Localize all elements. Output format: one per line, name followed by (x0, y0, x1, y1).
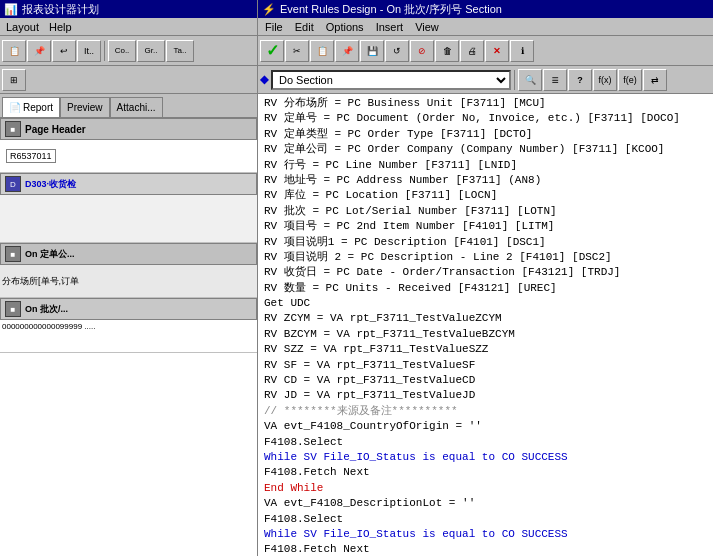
code-line: Get UDC (262, 296, 709, 311)
copy-btn[interactable]: 📋 (2, 40, 26, 62)
check-btn[interactable]: ✓ (260, 40, 284, 62)
on-pici-icon: ■ (5, 301, 21, 317)
d303-label: D303·收货检 (25, 178, 76, 191)
tab-report[interactable]: 📄 Report (2, 97, 60, 117)
right-paste-btn[interactable]: 📌 (335, 40, 359, 62)
ta-btn[interactable]: Ta.. (166, 40, 194, 62)
code-line: F4108.Fetch Next (262, 465, 709, 480)
code-area[interactable]: RV 分布场所 = PC Business Unit [F3711] [MCU]… (258, 94, 713, 556)
on-pici-section: ■ On 批次/... 000000000000099999 ..... (0, 298, 257, 353)
right-menubar: File Edit Options Insert View (258, 18, 713, 36)
code-line: RV 定单公司 = PC Order Company (Company Numb… (262, 142, 709, 157)
on-pici-content: 000000000000099999 ..... (0, 320, 257, 353)
refresh-btn[interactable]: ↺ (385, 40, 409, 62)
page-header-content: R6537011 (0, 140, 257, 173)
equals-btn[interactable]: ≡ (543, 69, 567, 91)
right-title-icon: ⚡ (262, 3, 276, 16)
d303-content (0, 195, 257, 243)
left-toolbar2: ⊞ (0, 66, 257, 94)
d303-bar: D D303·收货检 (0, 173, 257, 195)
code-line: VA evt_F4108_DescriptionLot = '' (262, 496, 709, 511)
code-line: RV ZCYM = VA rpt_F3711_TestValueZCYM (262, 311, 709, 326)
right-toolbar: ✓ ✂ 📋 📌 💾 ↺ ⊘ 🗑 🖨 ✕ ℹ (258, 36, 713, 66)
page-header-icon: ■ (5, 121, 21, 137)
code-line: RV CD = VA rpt_F3711_TestValueCD (262, 373, 709, 388)
tab-preview-label: Preview (67, 102, 103, 113)
print-btn[interactable]: 🖨 (460, 40, 484, 62)
sep2 (514, 70, 515, 90)
save-btn[interactable]: 💾 (360, 40, 384, 62)
page-header-field: R6537011 (6, 149, 56, 163)
menu-options[interactable]: Options (321, 20, 369, 34)
menu-layout[interactable]: Layout (2, 20, 43, 34)
code-line: RV 定单号 = PC Document (Order No, Invoice,… (262, 111, 709, 126)
code-line: RV SF = VA rpt_F3711_TestValueSF (262, 358, 709, 373)
section-selector[interactable]: Do Section (271, 70, 511, 90)
d303-icon: D (5, 176, 21, 192)
trash-btn[interactable]: 🗑 (435, 40, 459, 62)
code-line: RV 行号 = PC Line Number [F3711] [LNID] (262, 158, 709, 173)
question-btn[interactable]: ? (568, 69, 592, 91)
undo-btn[interactable]: ↩ (52, 40, 76, 62)
menu-edit[interactable]: Edit (290, 20, 319, 34)
code-line: RV 数量 = PC Units - Received [F43121] [UR… (262, 281, 709, 296)
extra-btn[interactable]: ⊞ (2, 69, 26, 91)
code-line: RV 地址号 = PC Address Number [F3711] (AN8) (262, 173, 709, 188)
on-dingdan-section: ■ On 定单公... 分布场所[单号,订单 (0, 243, 257, 298)
code-line: RV 项目说明 2 = PC Description - Line 2 [F41… (262, 250, 709, 265)
right-panel: ⚡ Event Rules Design - On 批次/序列号 Section… (258, 0, 713, 556)
page-header-section: ■ Page Header R6537011 (0, 118, 257, 173)
code-line: RV 项目说明1 = PC Description [F4101] [DSC1] (262, 235, 709, 250)
report-tabs: 📄 Report Preview Attachi... (0, 94, 257, 118)
left-panel: 📊 报表设计器计划 Layout Help 📋 📌 ↩ It.. Co.. Gr… (0, 0, 258, 556)
code-line: RV 收货日 = PC Date - Order/Transaction [F4… (262, 265, 709, 280)
x-btn[interactable]: ✕ (485, 40, 509, 62)
code-line: F4108.Select (262, 512, 709, 527)
page-header-bar: ■ Page Header (0, 118, 257, 140)
code-line: RV BZCYM = VA rpt_F3711_TestValueBZCYM (262, 327, 709, 342)
code-line: While SV File_IO_Status is equal to CO S… (262, 450, 709, 465)
on-dingdan-label: On 定单公... (25, 248, 75, 261)
code-line: End While (262, 481, 709, 496)
right-title-text: Event Rules Design - On 批次/序列号 Section (280, 2, 502, 17)
tab-preview[interactable]: Preview (60, 97, 110, 117)
code-line: F4108.Select (262, 435, 709, 450)
info-btn[interactable]: ℹ (510, 40, 534, 62)
separator1 (104, 41, 105, 61)
code-line: RV 分布场所 = PC Business Unit [F3711] [MCU] (262, 96, 709, 111)
stop-btn[interactable]: ⊘ (410, 40, 434, 62)
on-dingdan-content: 分布场所[单号,订单 (0, 265, 257, 298)
on-pici-bar: ■ On 批次/... (0, 298, 257, 320)
it-btn[interactable]: It.. (77, 40, 101, 62)
code-line: RV 库位 = PC Location [F3711] [LOCN] (262, 188, 709, 203)
right-copy-btn[interactable]: 📋 (310, 40, 334, 62)
code-lines-container: RV 分布场所 = PC Business Unit [F3711] [MCU]… (262, 96, 709, 556)
menu-help[interactable]: Help (45, 20, 76, 34)
left-title-text: 报表设计器计划 (22, 2, 99, 17)
menu-insert[interactable]: Insert (371, 20, 409, 34)
left-content: ■ Page Header R6537011 D D303·收货检 ■ On 定… (0, 118, 257, 556)
paste-btn[interactable]: 📌 (27, 40, 51, 62)
code-line: VA evt_F4108_CountryOfOrigin = '' (262, 419, 709, 434)
left-toolbar: 📋 📌 ↩ It.. Co.. Gr.. Ta.. (0, 36, 257, 66)
gr-btn[interactable]: Gr.. (137, 40, 165, 62)
tab-attach-label: Attachi... (117, 102, 156, 113)
diamond-icon: ◆ (260, 73, 268, 86)
scissors-btn[interactable]: ✂ (285, 40, 309, 62)
f2-btn[interactable]: f(e) (618, 69, 642, 91)
code-line: RV 批次 = PC Lot/Serial Number [F3711] [LO… (262, 204, 709, 219)
menu-file[interactable]: File (260, 20, 288, 34)
page-header-label: Page Header (25, 124, 86, 135)
left-menubar: Layout Help (0, 18, 257, 36)
arrows-btn[interactable]: ⇄ (643, 69, 667, 91)
menu-view[interactable]: View (410, 20, 444, 34)
f1-btn[interactable]: f(x) (593, 69, 617, 91)
co-btn[interactable]: Co.. (108, 40, 136, 62)
code-line: F4108.Fetch Next (262, 542, 709, 556)
search-btn[interactable]: 🔍 (518, 69, 542, 91)
code-line: RV JD = VA rpt_F3711_TestValueJD (262, 388, 709, 403)
code-line: // ********来源及备注********** (262, 404, 709, 419)
left-titlebar: 📊 报表设计器计划 (0, 0, 257, 18)
tab-attach[interactable]: Attachi... (110, 97, 163, 117)
d303-section: D D303·收货检 (0, 173, 257, 243)
